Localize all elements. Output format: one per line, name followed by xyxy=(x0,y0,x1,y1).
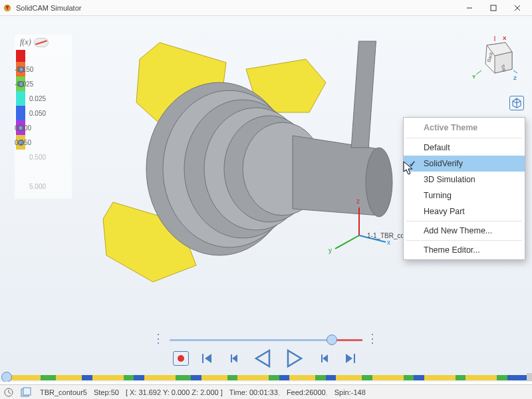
title-bar: SolidCAM Simulator xyxy=(0,0,532,16)
maximize-button[interactable] xyxy=(481,1,505,15)
window-title: SolidCAM Simulator xyxy=(16,4,458,12)
close-button[interactable] xyxy=(505,1,529,15)
app-icon xyxy=(3,3,12,13)
svg-rect-2 xyxy=(491,5,496,11)
minimize-button[interactable] xyxy=(458,1,481,15)
